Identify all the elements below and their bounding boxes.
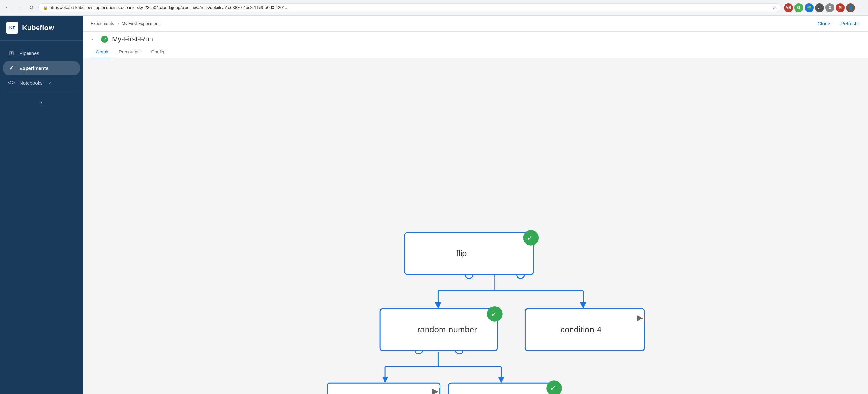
node-random-number-check: ✓ bbox=[491, 310, 497, 318]
sidebar-item-pipelines[interactable]: ⊞ Pipelines bbox=[0, 46, 83, 61]
arrow-to-print bbox=[498, 376, 504, 383]
collapse-icon: ‹ bbox=[40, 100, 42, 106]
experiments-icon: ✓ bbox=[8, 64, 15, 72]
node-flip-check: ✓ bbox=[527, 234, 533, 242]
ext-m[interactable]: M bbox=[836, 3, 845, 12]
sidebar-logo: KF Kubeflow bbox=[0, 16, 83, 40]
app-container: KF Kubeflow ⊞ Pipelines ✓ Experiments <>… bbox=[0, 16, 868, 394]
sidebar-item-label-experiments: Experiments bbox=[20, 65, 49, 71]
pipeline-graph-svg: flip ✓ random-number ✓ bbox=[83, 58, 868, 394]
arrow-to-random-number bbox=[435, 302, 441, 309]
address-bar[interactable]: 🔒 https://ekaba-kubeflow-app.endpoints.o… bbox=[38, 3, 781, 12]
ext-screen[interactable]: ⊡ bbox=[825, 3, 834, 12]
node-condition-4-status: ▶| bbox=[637, 313, 645, 322]
main-content: Experiments > My-First-Experiment Clone … bbox=[83, 16, 868, 394]
sidebar-nav: ⊞ Pipelines ✓ Experiments <> Notebooks ↗… bbox=[0, 40, 83, 394]
top-actions: Clone Refresh bbox=[815, 20, 860, 28]
graph-area[interactable]: flip ✓ random-number ✓ bbox=[83, 58, 868, 394]
breadcrumb-experiments-link[interactable]: Experiments bbox=[91, 21, 114, 26]
star-icon: ☆ bbox=[773, 5, 776, 10]
node-flip-label: flip bbox=[456, 249, 467, 258]
url-text: https://ekaba-kubeflow-app.endpoints.oce… bbox=[50, 5, 771, 10]
tab-config[interactable]: Config bbox=[146, 46, 169, 58]
sidebar: KF Kubeflow ⊞ Pipelines ✓ Experiments <>… bbox=[0, 16, 83, 394]
sidebar-item-experiments[interactable]: ✓ Experiments bbox=[3, 61, 80, 76]
tab-run-output[interactable]: Run output bbox=[114, 46, 146, 58]
sidebar-item-notebooks[interactable]: <> Notebooks ↗ bbox=[0, 76, 83, 90]
page-header: ← ✓ My-First-Run bbox=[83, 32, 868, 44]
pipelines-icon: ⊞ bbox=[8, 50, 15, 57]
arrow-to-condition-4 bbox=[580, 302, 586, 309]
back-icon: ← bbox=[91, 36, 97, 43]
sidebar-divider bbox=[6, 93, 76, 93]
logo-text: Kubeflow bbox=[22, 24, 54, 32]
notebooks-icon: <> bbox=[8, 79, 15, 86]
breadcrumb-current: My-First-Experiment bbox=[122, 21, 160, 26]
node-print-box[interactable] bbox=[448, 383, 557, 394]
user-avatar[interactable]: 👤 bbox=[846, 3, 855, 12]
node-condition-3-box[interactable] bbox=[327, 383, 440, 394]
sidebar-collapse-button[interactable]: ‹ bbox=[0, 95, 83, 110]
browser-extensions: AB G 🧩 Git ⊡ M 👤 ⋮ bbox=[784, 3, 865, 12]
logo-icon: KF bbox=[6, 22, 18, 34]
top-bar: Experiments > My-First-Experiment Clone … bbox=[83, 16, 868, 32]
arrow-to-condition-3 bbox=[382, 376, 389, 383]
back-button[interactable]: ← bbox=[3, 3, 12, 12]
sidebar-item-label-pipelines: Pipelines bbox=[20, 51, 39, 56]
tab-graph[interactable]: Graph bbox=[91, 46, 114, 58]
run-title: My-First-Run bbox=[112, 35, 153, 44]
node-flip-box[interactable] bbox=[405, 233, 533, 275]
logo-kf-text: KF bbox=[9, 25, 16, 30]
breadcrumb: Experiments > My-First-Experiment bbox=[91, 21, 160, 26]
browser-menu[interactable]: ⋮ bbox=[856, 4, 865, 11]
node-print-check: ✓ bbox=[550, 384, 556, 392]
external-link-icon: ↗ bbox=[49, 81, 52, 85]
reload-button[interactable]: ↻ bbox=[27, 3, 36, 12]
browser-chrome: ← → ↻ 🔒 https://ekaba-kubeflow-app.endpo… bbox=[0, 0, 868, 16]
ext-puzzle[interactable]: 🧩 bbox=[805, 3, 814, 12]
run-status-icon: ✓ bbox=[101, 36, 108, 43]
node-random-number-label: random-number bbox=[417, 325, 477, 334]
clone-button[interactable]: Clone bbox=[815, 20, 833, 28]
tabs-bar: Graph Run output Config bbox=[83, 44, 868, 58]
lock-icon: 🔒 bbox=[43, 5, 48, 10]
forward-button[interactable]: → bbox=[15, 3, 24, 12]
node-condition-4-label: condition-4 bbox=[561, 325, 602, 334]
ext-git[interactable]: Git bbox=[815, 3, 824, 12]
ext-google[interactable]: G bbox=[794, 3, 803, 12]
back-to-experiments-button[interactable]: ← bbox=[91, 36, 97, 43]
breadcrumb-separator: > bbox=[117, 21, 119, 26]
sidebar-item-label-notebooks: Notebooks bbox=[20, 80, 43, 86]
ext-abp[interactable]: AB bbox=[784, 3, 793, 12]
node-condition-3-status: ▶| bbox=[432, 387, 440, 394]
refresh-button[interactable]: Refresh bbox=[838, 20, 860, 28]
